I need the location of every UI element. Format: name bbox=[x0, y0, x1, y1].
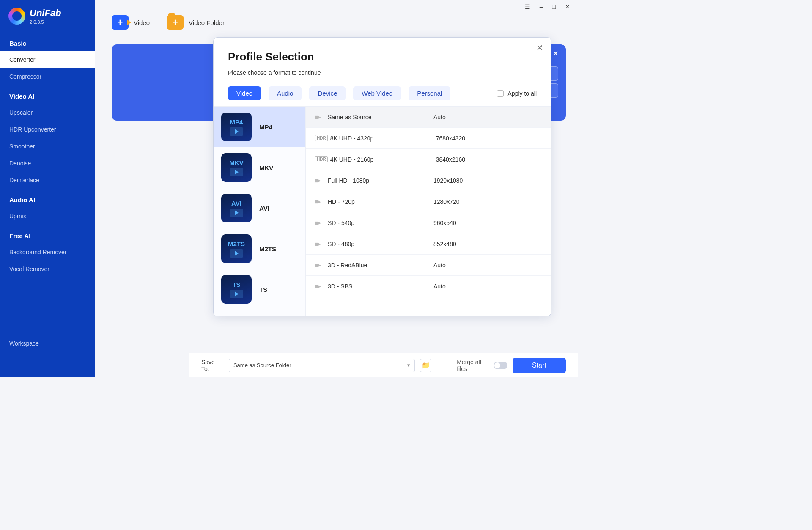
sidebar-item-converter[interactable]: Converter bbox=[0, 51, 95, 68]
main-area: ☰ – □ ✕ Video Video Folder Ready to Star… bbox=[95, 0, 578, 377]
browse-folder-button[interactable]: 📁 bbox=[420, 359, 431, 372]
modal-close-icon[interactable]: ✕ bbox=[536, 43, 543, 53]
add-video-label: Video bbox=[134, 19, 150, 26]
modal-subtitle: Please choose a format to continue bbox=[228, 69, 537, 76]
video-icon: ■▶ bbox=[315, 240, 328, 247]
resolution-item[interactable]: HDR4K UHD - 2160p3840x2160 bbox=[306, 149, 551, 170]
add-video-icon bbox=[112, 15, 129, 30]
resolution-item[interactable]: ■▶SD - 540p960x540 bbox=[306, 212, 551, 233]
resolution-dimension: Auto bbox=[433, 114, 446, 121]
resolution-item[interactable]: ■▶3D - SBSAuto bbox=[306, 276, 551, 297]
profile-selection-modal: ✕ Profile Selection Please choose a form… bbox=[213, 37, 551, 316]
resolution-item[interactable]: ■▶HD - 720p1280x720 bbox=[306, 191, 551, 212]
start-button[interactable]: Start bbox=[513, 358, 566, 373]
sidebar-item-upmix[interactable]: Upmix bbox=[0, 208, 95, 225]
merge-all-toggle[interactable] bbox=[494, 362, 507, 369]
tab-audio[interactable]: Audio bbox=[269, 86, 302, 100]
sidebar-item-workspace[interactable]: Workspace bbox=[0, 335, 95, 352]
resolution-dimension: 1280x720 bbox=[433, 198, 460, 205]
video-icon: ■▶ bbox=[315, 261, 328, 269]
resolution-dimension: 3840x2160 bbox=[436, 156, 465, 163]
close-window-icon[interactable]: ✕ bbox=[565, 3, 570, 10]
format-item-label: MKV bbox=[259, 164, 273, 171]
format-item-m2ts[interactable]: M2TSM2TS bbox=[214, 228, 305, 269]
resolution-item[interactable]: HDR8K UHD - 4320p7680x4320 bbox=[306, 128, 551, 149]
format-item-label: MP4 bbox=[259, 124, 272, 131]
format-item-mkv[interactable]: MKVMKV bbox=[214, 147, 305, 188]
resolution-dimension: 960x540 bbox=[433, 220, 456, 226]
format-thumb-icon: TS bbox=[221, 275, 252, 304]
add-folder-icon bbox=[167, 15, 184, 30]
hamburger-icon[interactable]: ☰ bbox=[525, 3, 530, 10]
video-icon: ■▶ bbox=[315, 113, 328, 121]
resolution-dimension: 1920x1080 bbox=[433, 177, 463, 184]
tab-video[interactable]: Video bbox=[228, 86, 261, 100]
tab-personal[interactable]: Personal bbox=[409, 86, 450, 100]
sidebar-item-upscaler[interactable]: Upscaler bbox=[0, 104, 95, 121]
format-thumb-icon: MKV bbox=[221, 153, 252, 182]
app-logo-icon bbox=[8, 8, 25, 25]
app-name: UniFab bbox=[30, 8, 61, 19]
format-list[interactable]: MP4MP4MKVMKVAVIAVIM2TSM2TSTSTS bbox=[214, 107, 306, 316]
resolution-label: 3D - Red&Blue bbox=[328, 262, 433, 269]
resolution-label: Full HD - 1080p bbox=[328, 177, 433, 184]
add-toolbar: Video Video Folder bbox=[95, 14, 578, 33]
sidebar-section-header: Free AI bbox=[0, 225, 95, 244]
resolution-label: SD - 540p bbox=[328, 220, 433, 226]
task-close-icon[interactable]: ✕ bbox=[553, 49, 558, 58]
video-icon: ■▶ bbox=[315, 219, 328, 226]
resolution-item[interactable]: ■▶Same as SourceAuto bbox=[306, 107, 551, 128]
resolution-label: 4K UHD - 2160p bbox=[330, 156, 436, 163]
format-item-label: AVI bbox=[259, 205, 269, 212]
format-item-avi[interactable]: AVIAVI bbox=[214, 188, 305, 228]
add-video-button[interactable]: Video bbox=[112, 15, 150, 30]
sidebar-item-vocal-remover[interactable]: Vocal Remover bbox=[0, 261, 95, 277]
resolution-label: Same as Source bbox=[328, 114, 433, 121]
window-titlebar: ☰ – □ ✕ bbox=[95, 0, 578, 14]
sidebar-item-background-remover[interactable]: Background Remover bbox=[0, 244, 95, 261]
sidebar-item-denoise[interactable]: Denoise bbox=[0, 155, 95, 172]
add-folder-label: Video Folder bbox=[189, 19, 225, 26]
sidebar-section-header: Audio AI bbox=[0, 189, 95, 208]
sidebar: UniFab 2.0.3.5 BasicConverterCompressorV… bbox=[0, 0, 95, 377]
sidebar-item-hdr-upconverter[interactable]: HDR Upconverter bbox=[0, 121, 95, 138]
app-version: 2.0.3.5 bbox=[30, 19, 61, 25]
modal-title: Profile Selection bbox=[228, 50, 537, 63]
format-item-label: TS bbox=[259, 286, 267, 293]
resolution-dimension: 852x480 bbox=[433, 241, 456, 247]
resolution-list[interactable]: ■▶Same as SourceAutoHDR8K UHD - 4320p768… bbox=[306, 107, 551, 316]
merge-all-label: Merge all files bbox=[457, 359, 489, 372]
format-item-mp4[interactable]: MP4MP4 bbox=[214, 107, 305, 147]
video-icon: ■▶ bbox=[315, 283, 328, 290]
tab-device[interactable]: Device bbox=[309, 86, 346, 100]
add-folder-button[interactable]: Video Folder bbox=[167, 15, 225, 30]
sidebar-item-compressor[interactable]: Compressor bbox=[0, 68, 95, 85]
resolution-dimension: 7680x4320 bbox=[436, 135, 465, 142]
tab-web-video[interactable]: Web Video bbox=[353, 86, 401, 100]
apply-to-all-row: Apply to all bbox=[497, 90, 537, 97]
resolution-item[interactable]: ■▶3D - Red&BlueAuto bbox=[306, 255, 551, 276]
format-thumb-icon: MP4 bbox=[221, 113, 252, 141]
resolution-label: 3D - SBS bbox=[328, 283, 433, 290]
format-item-ts[interactable]: TSTS bbox=[214, 269, 305, 310]
apply-to-all-checkbox[interactable] bbox=[497, 90, 504, 97]
minimize-icon[interactable]: – bbox=[540, 3, 543, 10]
maximize-icon[interactable]: □ bbox=[552, 3, 556, 10]
resolution-item[interactable]: ■▶Full HD - 1080p1920x1080 bbox=[306, 170, 551, 191]
resolution-dimension: Auto bbox=[433, 262, 446, 269]
sidebar-section-header: Basic bbox=[0, 32, 95, 51]
resolution-dimension: Auto bbox=[433, 283, 446, 290]
hdr-badge-icon: HDR bbox=[315, 135, 328, 141]
resolution-label: HD - 720p bbox=[328, 198, 433, 205]
folder-icon: 📁 bbox=[422, 361, 430, 369]
format-thumb-icon: AVI bbox=[221, 194, 252, 222]
resolution-item[interactable]: ■▶SD - 480p852x480 bbox=[306, 233, 551, 255]
chevron-down-icon: ▾ bbox=[407, 362, 410, 368]
save-to-value: Same as Source Folder bbox=[233, 362, 291, 368]
apply-to-all-label: Apply to all bbox=[508, 90, 537, 97]
sidebar-item-deinterlace[interactable]: Deinterlace bbox=[0, 172, 95, 189]
sidebar-item-smoother[interactable]: Smoother bbox=[0, 138, 95, 155]
modal-tab-row: VideoAudioDeviceWeb VideoPersonal Apply … bbox=[214, 80, 551, 106]
save-to-select[interactable]: Same as Source Folder ▾ bbox=[229, 359, 415, 372]
video-icon: ■▶ bbox=[315, 177, 328, 184]
